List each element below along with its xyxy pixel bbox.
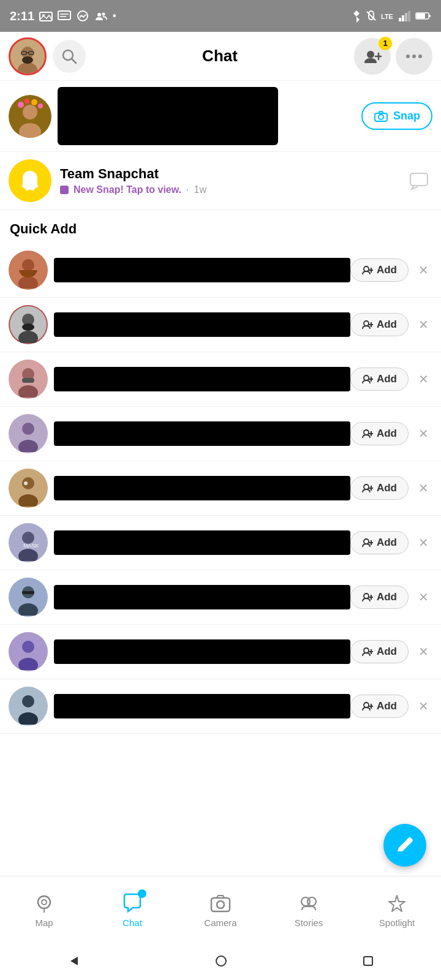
svg-rect-105 <box>211 898 230 911</box>
add-button-7[interactable]: Add <box>350 586 409 609</box>
svg-point-36 <box>24 99 29 104</box>
add-button-1[interactable]: Add <box>350 258 409 282</box>
chat-notification-dot <box>138 889 146 898</box>
snap-button[interactable]: Snap <box>361 102 432 130</box>
svg-point-96 <box>22 695 34 707</box>
svg-text:LTE LTE+: LTE LTE+ <box>381 13 394 20</box>
svg-point-71 <box>24 481 28 485</box>
add-person-icon <box>362 592 373 602</box>
svg-rect-85 <box>22 591 34 594</box>
svg-point-86 <box>364 594 369 598</box>
svg-point-92 <box>364 648 369 653</box>
snap-avatar <box>9 95 51 138</box>
nav-item-spotlight[interactable]: Spotlight <box>363 892 431 928</box>
dismiss-button-1[interactable]: ✕ <box>415 259 432 281</box>
nav-item-stories[interactable]: Stories <box>275 892 342 928</box>
message-bubble-icon <box>409 171 429 190</box>
svg-rect-2 <box>58 11 70 20</box>
team-snapchat-row[interactable]: Team Snapchat New Snap! Tap to view. · 1… <box>0 152 441 210</box>
battery-icon <box>415 11 431 21</box>
purple-indicator <box>60 186 69 194</box>
map-icon <box>32 892 56 915</box>
recents-button[interactable] <box>356 949 380 975</box>
svg-point-45 <box>364 266 369 271</box>
svg-rect-12 <box>405 13 407 21</box>
team-snapchat-name: Team Snapchat <box>60 166 405 182</box>
add-button-5[interactable]: Add <box>350 477 409 500</box>
back-button[interactable] <box>61 948 86 976</box>
snap-content <box>58 87 278 145</box>
snap-story-row[interactable]: Snap <box>0 81 441 152</box>
dismiss-button-3[interactable]: ✕ <box>415 368 432 390</box>
add-person-icon <box>362 374 373 384</box>
camera-snap-icon <box>374 110 388 123</box>
call-icon: LTE LTE+ <box>381 11 394 21</box>
nav-item-map[interactable]: Map <box>10 892 78 928</box>
team-message-button[interactable] <box>405 167 432 194</box>
svg-point-63 <box>22 423 34 435</box>
quick-add-item: Add ✕ <box>0 679 441 734</box>
quick-add-item: Add ✕ <box>0 570 441 625</box>
nav-item-camera[interactable]: Camera <box>187 892 254 928</box>
dismiss-button-2[interactable]: ✕ <box>415 314 432 336</box>
compose-fab[interactable] <box>383 824 426 867</box>
quick-add-item: Add ✕ <box>0 461 441 516</box>
svg-rect-112 <box>364 957 372 965</box>
camera-nav-icon <box>209 892 232 915</box>
snap-avatar-image <box>9 95 51 138</box>
add-person-icon <box>362 429 373 439</box>
qa-info-3 <box>54 367 350 391</box>
dismiss-button-5[interactable]: ✕ <box>415 477 432 499</box>
svg-point-43 <box>22 259 34 271</box>
nav-item-chat[interactable]: Chat <box>99 892 166 928</box>
chat-nav-icon <box>121 892 144 915</box>
dismiss-button-8[interactable]: ✕ <box>415 641 432 663</box>
svg-rect-16 <box>429 15 431 17</box>
quick-add-item: Add ✕ <box>0 352 441 407</box>
add-friend-button[interactable]: 1 <box>354 38 391 75</box>
qa-avatar-8 <box>9 632 48 671</box>
add-button-8[interactable]: Add <box>350 640 409 663</box>
svg-point-65 <box>364 430 369 435</box>
back-icon <box>67 954 80 968</box>
svg-point-72 <box>364 484 369 489</box>
bottom-nav: Map Chat Camera <box>0 876 441 943</box>
home-button[interactable] <box>208 948 234 976</box>
add-button-6[interactable]: Add <box>350 531 409 554</box>
add-button-9[interactable]: Add <box>350 695 409 718</box>
svg-rect-10 <box>399 18 401 21</box>
add-friend-badge: 1 <box>379 37 392 50</box>
spotlight-nav-icon <box>385 892 409 915</box>
svg-point-7 <box>102 13 105 16</box>
dismiss-button-7[interactable]: ✕ <box>415 586 432 608</box>
status-left: 2:11 • <box>10 9 116 23</box>
add-button-2[interactable]: Add <box>350 313 409 336</box>
svg-point-103 <box>42 900 47 905</box>
svg-point-106 <box>217 901 224 908</box>
user-avatar[interactable] <box>9 37 47 75</box>
more-options-button[interactable] <box>396 38 432 75</box>
dismiss-button-9[interactable]: ✕ <box>415 695 432 717</box>
signal-icon <box>398 10 412 21</box>
add-friend-icon <box>363 48 382 64</box>
search-button[interactable] <box>53 40 86 73</box>
quick-add-list: Add ✕ Add ✕ <box>0 243 441 734</box>
qa-avatar-5 <box>9 469 48 508</box>
messenger-icon <box>76 10 89 21</box>
add-button-4[interactable]: Add <box>350 422 409 445</box>
dismiss-button-4[interactable]: ✕ <box>415 423 432 445</box>
nav-label-chat: Chat <box>123 918 142 928</box>
qa-avatar-4 <box>9 414 48 453</box>
nav-label-stories: Stories <box>295 918 323 928</box>
dismiss-button-6[interactable]: ✕ <box>415 532 432 554</box>
snapchat-ghost-icon <box>17 167 43 194</box>
status-bar: 2:11 • LTE LTE+ <box>0 0 441 32</box>
nav-label-spotlight: Spotlight <box>379 918 415 928</box>
add-button-3[interactable]: Add <box>350 368 409 391</box>
qa-avatar-2 <box>9 305 48 344</box>
svg-line-8 <box>367 12 375 20</box>
nav-label-map: Map <box>35 918 53 928</box>
qa-avatar-1 <box>9 251 48 290</box>
search-icon <box>61 48 77 64</box>
svg-marker-110 <box>70 957 78 965</box>
